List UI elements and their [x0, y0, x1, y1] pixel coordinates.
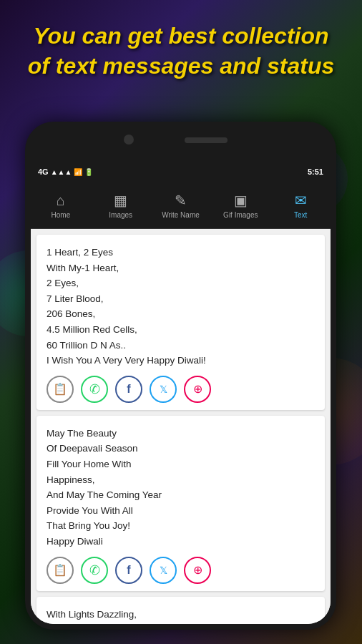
status-bar: 4G ▲▲▲ 📶 🔋 5:51 — [31, 161, 331, 182]
network-indicator: 4G — [38, 167, 49, 176]
nav-images-label: Images — [109, 211, 132, 219]
nav-gif-label: Gif Images — [223, 211, 258, 219]
content-area[interactable]: 1 Heart, 2 Eyes With My-1 Heart, 2 Eyes,… — [31, 229, 331, 624]
nav-home[interactable]: ⌂ Home — [31, 189, 91, 223]
top-banner: You can get best collection of text mess… — [0, 21, 362, 81]
copy-icon-2: 📋 — [53, 563, 67, 577]
whatsapp-button-1[interactable]: ✆ — [81, 376, 108, 403]
facebook-icon: f — [127, 383, 130, 396]
phone-speaker — [185, 137, 228, 143]
more-icon-2: ⊕ — [193, 563, 202, 577]
nav-write-label: Write Name — [162, 211, 200, 219]
home-icon: ⌂ — [57, 192, 65, 209]
message-text-3: With Lights Dazzling, With Love Flushing… — [47, 607, 315, 625]
copy-button-1[interactable]: 📋 — [47, 376, 74, 403]
banner-text: You can get best collection of text mess… — [0, 21, 362, 81]
share-row-1: 📋 ✆ f 𝕏 ⊕ — [47, 376, 315, 403]
facebook-icon-2: f — [127, 564, 130, 577]
message-card-2: May The Beauty Of Deepavali Season Fill … — [36, 416, 325, 591]
copy-icon: 📋 — [53, 382, 67, 396]
facebook-button-2[interactable]: f — [115, 557, 142, 584]
nav-home-label: Home — [52, 211, 71, 219]
twitter-icon: 𝕏 — [160, 384, 167, 395]
clock: 5:51 — [308, 167, 323, 176]
message-card-1: 1 Heart, 2 Eyes With My-1 Heart, 2 Eyes,… — [36, 235, 325, 410]
gif-icon: ▣ — [234, 192, 248, 209]
nav-gif-images[interactable]: ▣ Gif Images — [210, 188, 270, 223]
more-button-2[interactable]: ⊕ — [184, 557, 211, 584]
nav-images[interactable]: ▦ Images — [91, 188, 151, 223]
whatsapp-icon-2: ✆ — [89, 562, 100, 578]
text-icon: ✉ — [295, 192, 307, 209]
message-text-2: May The Beauty Of Deepavali Season Fill … — [47, 426, 315, 550]
message-card-3: With Lights Dazzling, With Love Flushing… — [36, 597, 325, 625]
images-icon: ▦ — [114, 192, 127, 209]
message-text-1: 1 Heart, 2 Eyes With My-1 Heart, 2 Eyes,… — [47, 245, 315, 369]
twitter-button-2[interactable]: 𝕏 — [150, 557, 177, 584]
banner-line2: of text messages and status — [28, 53, 335, 79]
facebook-button-1[interactable]: f — [115, 376, 142, 403]
phone-camera — [124, 135, 134, 145]
twitter-button-1[interactable]: 𝕏 — [150, 376, 177, 403]
write-icon: ✎ — [175, 192, 187, 209]
more-icon: ⊕ — [193, 382, 202, 396]
status-bar-left: 4G ▲▲▲ 📶 🔋 — [38, 167, 305, 176]
more-button-1[interactable]: ⊕ — [184, 376, 211, 403]
whatsapp-button-2[interactable]: ✆ — [81, 557, 108, 584]
share-row-2: 📋 ✆ f 𝕏 ⊕ — [47, 557, 315, 584]
twitter-icon-2: 𝕏 — [160, 565, 167, 576]
copy-button-2[interactable]: 📋 — [47, 557, 74, 584]
nav-text-label: Text — [294, 211, 307, 219]
phone-screen: 4G ▲▲▲ 📶 🔋 5:51 ⌂ Home ▦ Images ✎ Write … — [31, 161, 331, 624]
battery-icon: 🔋 — [84, 168, 93, 176]
whatsapp-icon: ✆ — [89, 381, 100, 397]
phone-frame: 4G ▲▲▲ 📶 🔋 5:51 ⌂ Home ▦ Images ✎ Write … — [25, 122, 336, 630]
signal-bars: ▲▲▲ — [51, 168, 72, 176]
nav-bar: ⌂ Home ▦ Images ✎ Write Name ▣ Gif Image… — [31, 182, 331, 229]
banner-line1: You can get best collection — [33, 23, 328, 49]
nav-write-name[interactable]: ✎ Write Name — [151, 188, 211, 223]
nav-text[interactable]: ✉ Text — [270, 188, 331, 223]
wifi-icon: 📶 — [74, 168, 82, 176]
